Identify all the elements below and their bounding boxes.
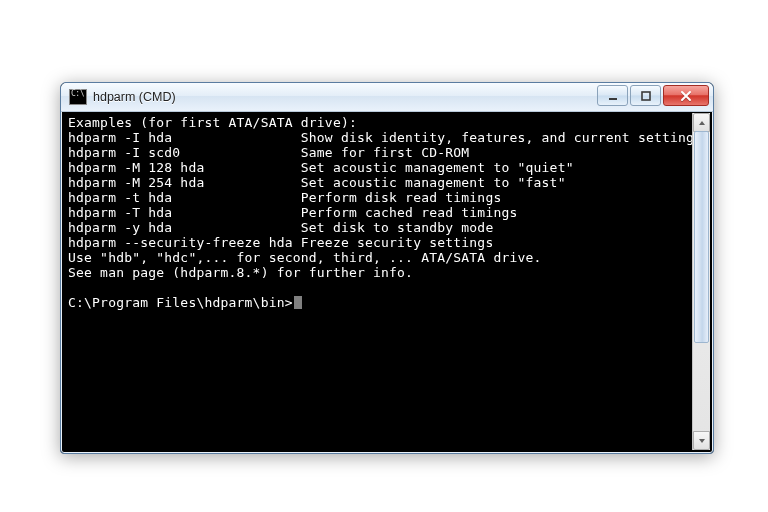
scroll-up-button[interactable] [693, 113, 710, 132]
terminal-line: hdparm -M 128 hda Set acoustic managemen… [68, 160, 692, 175]
close-icon [680, 90, 692, 102]
vertical-scrollbar[interactable] [692, 113, 710, 450]
cmd-icon [69, 89, 87, 105]
maximize-icon [640, 90, 652, 102]
terminal-line: hdparm -I scd0 Same for first CD-ROM [68, 145, 692, 160]
titlebar[interactable]: hdparm (CMD) [61, 83, 713, 112]
window-buttons [595, 85, 709, 106]
window-title: hdparm (CMD) [93, 90, 176, 104]
chevron-up-icon [698, 119, 706, 127]
terminal-line: hdparm -M 254 hda Set acoustic managemen… [68, 175, 692, 190]
maximize-button[interactable] [630, 85, 661, 106]
terminal-line: hdparm -T hda Perform cached read timing… [68, 205, 692, 220]
terminal-output[interactable]: Examples (for first ATA/SATA drive):hdpa… [64, 113, 692, 450]
close-button[interactable] [663, 85, 709, 106]
scroll-down-button[interactable] [693, 431, 710, 450]
window-frame: hdparm (CMD) Examples (for first ATA/SAT… [60, 82, 714, 454]
client-area: Examples (for first ATA/SATA drive):hdpa… [64, 113, 710, 450]
svg-rect-1 [642, 92, 650, 100]
prompt-text: C:\Program Files\hdparm\bin> [68, 295, 293, 310]
terminal-line: hdparm --security-freeze hda Freeze secu… [68, 235, 692, 250]
cursor-icon [294, 296, 302, 309]
chevron-down-icon [698, 437, 706, 445]
scrollbar-thumb[interactable] [694, 131, 709, 343]
terminal-line: Use "hdb", "hdc",... for second, third, … [68, 250, 692, 265]
terminal-prompt[interactable]: C:\Program Files\hdparm\bin> [68, 295, 692, 310]
terminal-line: hdparm -I hda Show disk identity, featur… [68, 130, 692, 145]
terminal-line: See man page (hdparm.8.*) for further in… [68, 265, 692, 280]
terminal-line: Examples (for first ATA/SATA drive): [68, 115, 692, 130]
minimize-icon [607, 90, 619, 102]
minimize-button[interactable] [597, 85, 628, 106]
terminal-line: hdparm -y hda Set disk to standby mode [68, 220, 692, 235]
svg-rect-0 [609, 98, 617, 100]
terminal-line [68, 280, 692, 295]
terminal-line: hdparm -t hda Perform disk read timings [68, 190, 692, 205]
